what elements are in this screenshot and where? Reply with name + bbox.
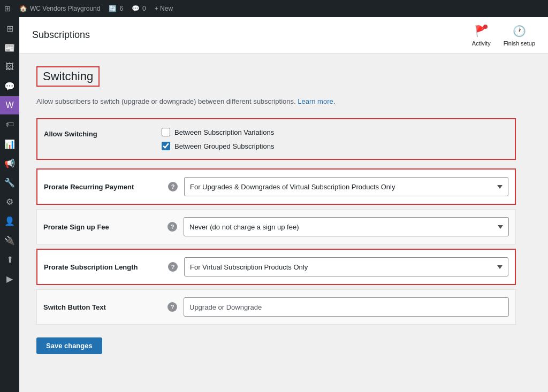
checkbox-variations[interactable]	[162, 128, 170, 136]
page-header: Subscriptions 🚩 Activity 🕐 Finish setup	[19, 17, 548, 53]
new-content-link[interactable]: + New	[155, 5, 173, 12]
home-icon: 🏠	[19, 5, 27, 12]
site-name: WC Vendors Playground	[30, 5, 100, 12]
prorate-signup-select[interactable]: Never (do not charge a sign up fee) For …	[184, 217, 509, 236]
page-title: Subscriptions	[32, 29, 90, 41]
site-name-link[interactable]: 🏠 WC Vendors Playground	[19, 5, 100, 12]
checkbox-variations-label: Between Subscription Variations	[174, 128, 274, 136]
wp-logo[interactable]: ⊞	[4, 4, 11, 13]
prorate-recurring-row: Prorate Recurring Payment ? For Upgrades…	[36, 168, 516, 205]
prorate-recurring-help[interactable]: ?	[168, 182, 178, 191]
sidebar-icon-comments[interactable]: 💬	[0, 77, 19, 95]
top-bar: ⊞ 🏠 WC Vendors Playground 🔄 6 💬 0 + New	[0, 0, 548, 17]
admin-sidebar: ⊞ 📰 🖼 💬 W 🏷 📊 📢 🔧 ⚙ 👤 🔌 ⬆ ▶	[0, 17, 19, 392]
sidebar-icon-posts[interactable]: 📰	[0, 39, 19, 57]
switch-button-text-help[interactable]: ?	[168, 302, 177, 312]
checkbox-group: Between Subscription Variations Between …	[162, 128, 274, 150]
sidebar-icon-media[interactable]: 🖼	[0, 58, 19, 76]
sidebar-icon-analytics[interactable]: 📊	[0, 135, 19, 153]
sidebar-icon-dashboard[interactable]: ⊞	[0, 19, 19, 37]
prorate-signup-row: Prorate Sign up Fee ? Never (do not char…	[36, 209, 516, 244]
prorate-length-select[interactable]: For Virtual Subscription Products Only F…	[184, 257, 508, 276]
activity-icon-wrap: 🚩	[474, 24, 489, 39]
section-title-text: Switching	[36, 66, 100, 87]
checkbox-item-grouped[interactable]: Between Grouped Subscriptions	[162, 142, 274, 150]
sidebar-icon-settings[interactable]: ⚙	[0, 193, 19, 211]
checkbox-grouped-label: Between Grouped Subscriptions	[174, 142, 274, 150]
form-area: Switching Allow subscribers to switch (u…	[19, 53, 533, 367]
allow-switching-box: Allow Switching Between Subscription Var…	[36, 118, 516, 160]
updates-link[interactable]: 🔄 6	[109, 5, 123, 12]
finish-setup-button[interactable]: 🕐 Finish setup	[504, 24, 535, 47]
activity-button[interactable]: 🚩 Activity	[472, 24, 491, 47]
sidebar-icon-marketing[interactable]: 📢	[0, 154, 19, 172]
finish-setup-icon-wrap: 🕐	[512, 24, 527, 39]
sidebar-icon-import[interactable]: ⬆	[0, 250, 19, 268]
switch-button-text-label: Switch Button Text	[43, 303, 161, 311]
finish-setup-label: Finish setup	[504, 40, 535, 47]
sidebar-icon-woocommerce[interactable]: W	[0, 96, 19, 114]
header-actions: 🚩 Activity 🕐 Finish setup	[472, 24, 535, 47]
sidebar-icon-products[interactable]: 🏷	[0, 116, 19, 134]
section-description: Allow subscribers to switch (upgrade or …	[36, 97, 516, 105]
comment-icon: 💬	[132, 5, 140, 12]
updates-icon: 🔄	[109, 5, 117, 12]
comments-link[interactable]: 💬 0	[132, 5, 146, 12]
sidebar-icon-tools[interactable]: 🔧	[0, 173, 19, 191]
checkbox-item-variations[interactable]: Between Subscription Variations	[162, 128, 274, 136]
save-changes-button[interactable]: Save changes	[36, 337, 102, 354]
prorate-signup-label: Prorate Sign up Fee	[43, 223, 161, 231]
learn-more-link[interactable]: Learn more	[298, 97, 333, 105]
new-label: + New	[155, 5, 173, 12]
checkbox-grouped[interactable]	[162, 142, 170, 150]
main-layout: ⊞ 📰 🖼 💬 W 🏷 📊 📢 🔧 ⚙ 👤 🔌 ⬆ ▶ Subscription…	[0, 17, 548, 392]
updates-count: 6	[119, 5, 123, 12]
prorate-signup-help[interactable]: ?	[168, 222, 177, 232]
allow-switching-inner: Allow Switching Between Subscription Var…	[37, 119, 515, 159]
prorate-recurring-label: Prorate Recurring Payment	[44, 183, 162, 191]
activity-label: Activity	[472, 40, 491, 47]
switching-section-title: Switching	[36, 66, 516, 92]
content-area: Subscriptions 🚩 Activity 🕐 Finish setup	[19, 17, 548, 392]
prorate-length-help[interactable]: ?	[168, 262, 178, 272]
finish-setup-icon: 🕐	[513, 25, 526, 37]
prorate-length-label: Prorate Subscription Length	[44, 263, 162, 271]
sidebar-icon-users[interactable]: 👤	[0, 212, 19, 230]
switch-button-text-row: Switch Button Text ? Upgrade or Downgrad…	[36, 289, 516, 325]
allow-switching-label: Allow Switching	[44, 128, 162, 150]
prorate-recurring-select[interactable]: For Upgrades & Downgrades of Virtual Sub…	[184, 177, 508, 196]
comments-count: 0	[142, 5, 146, 12]
sidebar-icon-plugins[interactable]: 🔌	[0, 231, 19, 249]
section-desc-text: Allow subscribers to switch (upgrade or …	[36, 97, 296, 105]
sidebar-icon-play[interactable]: ▶	[0, 270, 19, 288]
switch-button-text-input[interactable]: Upgrade or Downgrade	[184, 297, 509, 317]
prorate-length-row: Prorate Subscription Length ? For Virtua…	[36, 249, 516, 285]
wordpress-icon: ⊞	[4, 4, 11, 13]
